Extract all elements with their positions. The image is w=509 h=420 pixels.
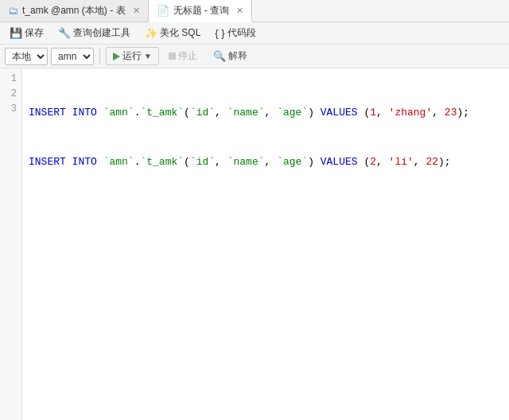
- tab-query[interactable]: 📄 无标题 - 查询 ✕: [149, 0, 253, 22]
- menu-beautify-label: 美化 SQL: [160, 26, 200, 40]
- schema-amn-2: `amn`: [103, 156, 134, 168]
- tab-table-label: t_amk @amn (本地) - 表: [22, 4, 126, 18]
- menu-query-builder[interactable]: 🔧 查询创建工具: [52, 24, 137, 42]
- schema-amn-1: `amn`: [103, 107, 134, 119]
- tab-table[interactable]: 🗂 t_amk @amn (本地) - 表 ✕: [0, 0, 149, 21]
- tab-query-label: 无标题 - 查询: [173, 4, 230, 18]
- line-numbers: 1 2 3: [0, 68, 22, 420]
- beautify-icon: ✨: [145, 27, 157, 39]
- code-editor[interactable]: 1 2 3 INSERT INTO `amn`.`t_amk`(`id`, `n…: [0, 68, 509, 420]
- run-icon: [113, 52, 120, 60]
- col-id-2: `id`: [190, 156, 215, 168]
- query-icon: 📄: [157, 5, 169, 17]
- code-line-3: [29, 204, 503, 220]
- tab-table-close[interactable]: ✕: [133, 6, 140, 16]
- stop-button[interactable]: 停止: [162, 48, 204, 64]
- explain-icon: 🔍: [213, 50, 226, 62]
- code-line-1: INSERT INTO `amn`.`t_amk`(`id`, `name`, …: [29, 105, 503, 122]
- code-line-2: INSERT INTO `amn`.`t_amk`(`id`, `name`, …: [29, 154, 503, 171]
- menu-save-label: 保存: [25, 26, 44, 40]
- run-dropdown-icon[interactable]: ▼: [144, 52, 152, 60]
- run-button[interactable]: 运行 ▼: [106, 47, 159, 65]
- toolbar-separator-1: [99, 49, 100, 64]
- tab-query-close[interactable]: ✕: [236, 6, 243, 16]
- title-bar: 🗂 t_amk @amn (本地) - 表 ✕ 📄 无标题 - 查询 ✕: [0, 0, 509, 22]
- menu-save[interactable]: 💾 保存: [3, 24, 50, 42]
- val-2-age: 22: [425, 156, 438, 168]
- val-1-name: 'zhang': [389, 107, 433, 119]
- toolbar: 本地 amn 运行 ▼ 停止 🔍 解释: [0, 45, 509, 68]
- menu-code-wrap-label: 代码段: [227, 26, 256, 40]
- val-2-name: 'li': [389, 156, 414, 168]
- line-num-2: 2: [5, 87, 17, 102]
- table-icon: 🗂: [8, 5, 18, 17]
- col-age-2: `age`: [277, 156, 308, 168]
- table-tamk-1: `t_amk`: [140, 107, 184, 119]
- menu-bar: 💾 保存 🔧 查询创建工具 ✨ 美化 SQL { } 代码段: [0, 22, 509, 45]
- col-name-1: `name`: [227, 107, 265, 119]
- table-tamk-2: `t_amk`: [140, 156, 184, 168]
- line-num-3: 3: [5, 102, 17, 117]
- code-wrap-icon: { }: [215, 27, 224, 39]
- stop-label: 停止: [178, 49, 197, 63]
- database-select[interactable]: amn: [51, 48, 94, 65]
- menu-query-builder-label: 查询创建工具: [73, 26, 130, 40]
- col-age-1: `age`: [277, 107, 308, 119]
- keyword-insert-2: INSERT INTO: [29, 156, 97, 168]
- col-name-2: `name`: [227, 156, 265, 168]
- keyword-values-1: VALUES: [321, 107, 358, 119]
- code-content[interactable]: INSERT INTO `amn`.`t_amk`(`id`, `name`, …: [22, 68, 509, 420]
- keyword-values-2: VALUES: [321, 156, 358, 168]
- explain-label: 解释: [228, 49, 247, 63]
- val-1-age: 23: [445, 107, 457, 119]
- run-label: 运行: [122, 49, 142, 63]
- save-icon: 💾: [10, 27, 22, 39]
- line-num-1: 1: [5, 72, 17, 87]
- explain-button[interactable]: 🔍 解释: [207, 48, 254, 64]
- query-builder-icon: 🔧: [58, 27, 71, 39]
- stop-icon: [169, 52, 176, 60]
- keyword-insert-1: INSERT INTO: [29, 107, 97, 119]
- menu-code-wrap[interactable]: { } 代码段: [208, 24, 262, 42]
- val-2-id: 2: [370, 156, 376, 168]
- val-1-id: 1: [370, 107, 376, 119]
- col-id-1: `id`: [190, 107, 215, 119]
- connection-select[interactable]: 本地: [5, 48, 48, 65]
- menu-beautify[interactable]: ✨ 美化 SQL: [138, 24, 207, 42]
